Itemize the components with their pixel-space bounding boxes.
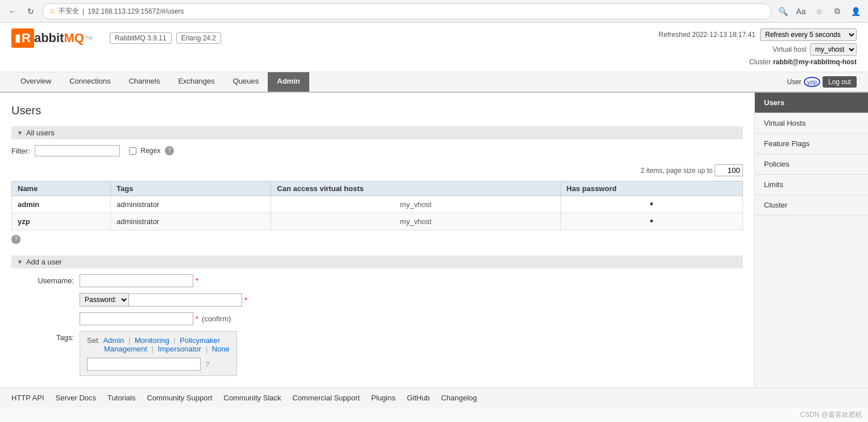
tab-channels[interactable]: Channels bbox=[119, 72, 169, 92]
erlang-version-badge: Erlang 24.2 bbox=[176, 32, 221, 44]
table-row: yzp administrator my_vhost • bbox=[12, 213, 743, 230]
back-button[interactable]: ← bbox=[6, 5, 19, 18]
tag-none-link[interactable]: None bbox=[212, 345, 230, 353]
tags-label: Tags: bbox=[11, 331, 80, 342]
cluster-row: Cluster rabbit@my-rabbitmq-host bbox=[659, 58, 857, 66]
favorites-icon-btn[interactable]: ☆ bbox=[812, 5, 826, 18]
pagination-size-input[interactable] bbox=[715, 164, 743, 176]
tag-monitoring-link[interactable]: Monitoring bbox=[135, 336, 169, 345]
tags-input[interactable] bbox=[87, 358, 201, 371]
footer-github[interactable]: GitHub bbox=[407, 394, 430, 402]
tab-connections[interactable]: Connections bbox=[60, 72, 119, 92]
user-admin-link[interactable]: admin bbox=[18, 200, 39, 209]
logo-tm: TM bbox=[85, 35, 93, 41]
user-password-cell: • bbox=[560, 196, 742, 213]
logout-button[interactable]: Log out bbox=[823, 76, 857, 88]
nav-username-link[interactable]: yzp bbox=[804, 77, 820, 87]
tag-sep2: | bbox=[173, 336, 175, 345]
footer-commercial-support[interactable]: Commercial Support bbox=[293, 394, 360, 402]
password-dot: • bbox=[650, 198, 653, 210]
confirm-password-row: * (confirm) bbox=[11, 312, 743, 325]
tags-row: Tags: Set Admin | Monitoring | Policymak… bbox=[11, 331, 743, 376]
profile-btn[interactable]: 👤 bbox=[849, 5, 862, 18]
filter-input[interactable] bbox=[35, 145, 120, 156]
sidebar-item-virtual-hosts[interactable]: Virtual Hosts bbox=[755, 113, 868, 134]
tag-management-link[interactable]: Management bbox=[104, 345, 147, 353]
footer-changelog[interactable]: Changelog bbox=[441, 394, 477, 402]
username-input[interactable] bbox=[80, 274, 193, 287]
filter-help-icon[interactable]: ? bbox=[165, 146, 174, 155]
version-badges: RabbitMQ 3.9.11 Erlang 24.2 bbox=[110, 32, 221, 44]
logo-r: R bbox=[22, 31, 31, 45]
footer-server-docs[interactable]: Server Docs bbox=[56, 394, 97, 402]
user-yzp-link[interactable]: yzp bbox=[18, 217, 30, 226]
header-right: Refreshed 2022-12-13 18:17:41 Refresh ev… bbox=[659, 28, 857, 66]
col-vhost: Can access virtual hosts bbox=[271, 181, 560, 196]
footer-plugins[interactable]: Plugins bbox=[371, 394, 396, 402]
tab-admin[interactable]: Admin bbox=[268, 72, 309, 92]
sidebar-item-cluster[interactable]: Cluster bbox=[755, 195, 868, 216]
filter-row: Filter: Regex ? bbox=[11, 145, 743, 156]
filter-label: Filter: bbox=[11, 147, 30, 155]
sidebar-item-policies[interactable]: Policies bbox=[755, 154, 868, 175]
all-users-section-header[interactable]: ▼ All users bbox=[11, 126, 743, 139]
tag-policymaker-link[interactable]: Policymaker bbox=[180, 336, 220, 345]
tag-sep1: | bbox=[128, 336, 130, 345]
footer-tutorials[interactable]: Tutorials bbox=[107, 394, 135, 402]
username-label: Username: bbox=[11, 276, 80, 285]
refresh-button[interactable]: ↻ bbox=[24, 5, 38, 18]
col-tags: Tags bbox=[111, 181, 271, 196]
sidebar-item-feature-flags[interactable]: Feature Flags bbox=[755, 134, 868, 154]
password-dot2: • bbox=[650, 216, 653, 227]
tags-input-row: ? bbox=[87, 358, 230, 371]
right-sidebar: Users Virtual Hosts Feature Flags Polici… bbox=[754, 93, 868, 387]
password-input-group: Password: Hash: bbox=[80, 293, 242, 307]
password-type-select[interactable]: Password: Hash: bbox=[80, 293, 128, 307]
password-row: Password: Hash: * bbox=[11, 293, 743, 307]
add-user-section-label: Add a user bbox=[26, 258, 62, 266]
user-name-cell: admin bbox=[12, 196, 111, 213]
tag-admin-link[interactable]: Admin bbox=[103, 336, 124, 345]
tab-queues[interactable]: Queues bbox=[224, 72, 268, 92]
sidebar-item-limits[interactable]: Limits bbox=[755, 175, 868, 195]
add-user-section-arrow-icon: ▼ bbox=[17, 259, 23, 265]
app-nav: Overview Connections Channels Exchanges … bbox=[0, 72, 868, 93]
footer-http-api[interactable]: HTTP API bbox=[11, 394, 44, 402]
regex-checkbox[interactable] bbox=[129, 147, 136, 155]
tags-help-icon[interactable]: ? bbox=[205, 360, 209, 369]
footer-community-slack[interactable]: Community Slack bbox=[223, 394, 281, 402]
collections-btn[interactable]: ⧉ bbox=[830, 5, 844, 18]
add-user-section-header[interactable]: ▼ Add a user bbox=[11, 255, 743, 268]
tag-impersonator-link[interactable]: Impersonator bbox=[158, 345, 202, 353]
main-layout: Users ▼ All users Filter: Regex ? 2 item… bbox=[0, 93, 868, 387]
warning-text: 不安全 bbox=[59, 6, 79, 16]
vhost-select[interactable]: my_vhost / bbox=[810, 43, 857, 56]
address-bar: ⚠ 不安全 | 192.168.113.129:15672/#/users bbox=[42, 3, 771, 19]
reading-mode-btn[interactable]: Aa bbox=[794, 5, 808, 18]
users-table: Name Tags Can access virtual hosts Has p… bbox=[11, 181, 743, 230]
tags-set-label: Set bbox=[87, 336, 98, 345]
tag-sep4: | bbox=[206, 345, 207, 353]
vhost-row: Virtual host my_vhost / bbox=[659, 43, 857, 56]
footer-community-support[interactable]: Community Support bbox=[147, 394, 212, 402]
sidebar-item-users[interactable]: Users bbox=[755, 93, 868, 113]
add-user-section: ▼ Add a user Username: * Password: Hash: bbox=[11, 255, 743, 387]
cluster-label: Cluster bbox=[749, 58, 771, 66]
app-footer: HTTP API Server Docs Tutorials Community… bbox=[0, 387, 868, 408]
search-icon-btn[interactable]: 🔍 bbox=[776, 5, 790, 18]
tab-overview[interactable]: Overview bbox=[11, 72, 60, 92]
password-input[interactable] bbox=[128, 293, 242, 307]
vhost-my-vhost-link[interactable]: my_vhost bbox=[400, 200, 432, 209]
vhost-label: Virtual host bbox=[773, 45, 807, 53]
vhost-my-vhost-link2[interactable]: my_vhost bbox=[400, 217, 432, 226]
table-row: admin administrator my_vhost • bbox=[12, 196, 743, 213]
cluster-name: rabbit@my-rabbitmq-host bbox=[773, 58, 857, 66]
username-row: Username: * bbox=[11, 274, 743, 287]
table-help-icon[interactable]: ? bbox=[11, 235, 20, 244]
tags-set-box: Set Admin | Monitoring | Policymaker Man… bbox=[80, 331, 237, 376]
user-password-cell: • bbox=[560, 213, 742, 230]
username-required-star: * bbox=[196, 276, 198, 285]
confirm-password-input[interactable] bbox=[80, 312, 193, 325]
refresh-select[interactable]: Refresh every 5 seconds No refresh Refre… bbox=[760, 28, 857, 41]
tab-exchanges[interactable]: Exchanges bbox=[169, 72, 223, 92]
